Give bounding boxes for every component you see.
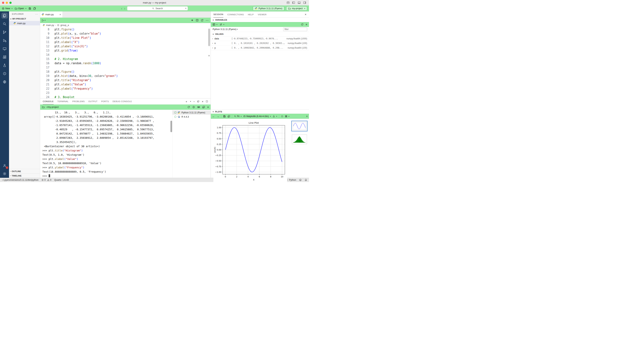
breadcrumb-symbol[interactable]: group_a	[60, 24, 69, 26]
variable-row-data[interactable]: ›data[-0.97448233,-0.75009923,-0.9076...…	[211, 37, 309, 41]
code-line[interactable]: 14	[40, 53, 211, 57]
activity-testing[interactable]	[1, 62, 8, 68]
tab-console[interactable]: CONSOLE	[43, 98, 54, 104]
toggle-secondary-sidebar-icon[interactable]	[303, 1, 306, 4]
save-all-icon[interactable]	[33, 7, 36, 10]
tab-help[interactable]: HELP	[248, 12, 254, 17]
plot-layout-control[interactable]: ▾	[285, 115, 289, 117]
forward-icon[interactable]: ›	[124, 7, 125, 10]
outline-section[interactable]: › OUTLINE	[9, 169, 40, 173]
timeline-section[interactable]: › TIMELINE	[9, 173, 40, 178]
console-info-icon[interactable]	[192, 106, 195, 108]
interpreter-path[interactable]: ~/.pyenv/versions/3.11.11/bin/python	[2, 179, 39, 181]
plots-menu-icon[interactable]: ≡	[306, 115, 307, 117]
restart-console-icon[interactable]	[187, 106, 190, 108]
code-line[interactable]: 16data = np.random.randn(1000)	[40, 61, 211, 65]
console-scrollbar[interactable]	[170, 121, 172, 132]
plots-section-header[interactable]: ∨ PLOTS	[211, 109, 309, 114]
activity-remote-explorer[interactable]	[1, 46, 8, 52]
run-file-button[interactable]: ▷	[42, 19, 44, 22]
copy-plot-icon[interactable]	[228, 115, 230, 117]
chevron-right-icon[interactable]: ›	[211, 37, 215, 40]
activity-extensions[interactable]	[1, 54, 8, 60]
console-menu-icon[interactable]: ≡	[207, 106, 209, 109]
code-line[interactable]: 9plt.plot(x, y, color="blue")	[40, 32, 211, 36]
tab-debug-console[interactable]: DEBUG CONSOLE	[113, 98, 132, 104]
customize-layout-icon[interactable]	[287, 1, 289, 4]
render-settings-icon[interactable]	[281, 115, 283, 117]
tab-mainpy[interactable]: main.py ×	[40, 12, 63, 17]
explorer-root-folder[interactable]: ∨ MY-PROJECT	[9, 17, 40, 21]
zoom-window-button[interactable]	[9, 2, 12, 4]
language-mode[interactable]: Python	[286, 179, 296, 181]
interpreter-session-button[interactable]: Python 3.11.11 (Pyenv)	[253, 6, 284, 11]
code-line[interactable]: 8plt.figure()	[40, 27, 211, 32]
activity-assistant[interactable]	[1, 71, 8, 77]
tab-output[interactable]: OUTPUT	[88, 98, 98, 104]
plot-sizing-policy-control[interactable]: Matplotlib (6.4in×4.8in)▾	[243, 115, 271, 117]
file-item-mainpy[interactable]: main.py	[9, 21, 40, 26]
plot-zoom-control[interactable]: Fit▾	[234, 115, 242, 117]
console-session-python[interactable]: Python 3.11.11 (Pyenv)	[172, 110, 211, 115]
activity-publish[interactable]	[1, 79, 8, 85]
account-button[interactable]: 1	[1, 163, 8, 169]
toggle-primary-sidebar-icon[interactable]	[292, 1, 295, 4]
code-line[interactable]: 20plt.title("Histogram")	[40, 78, 211, 82]
feedback-icon[interactable]	[299, 179, 302, 181]
console-session-r[interactable]: R R 4.4.3	[172, 115, 211, 119]
activity-explorer[interactable]	[1, 13, 8, 19]
tab-session[interactable]: SESSION	[213, 12, 223, 17]
group-variables-button[interactable]: ▾	[213, 23, 218, 26]
close-tab-icon[interactable]: ×	[59, 13, 61, 16]
variables-interpreter-row[interactable]: Python 3.11.11 (Pyenv) ▾	[211, 27, 309, 32]
open-button[interactable]: Open▾	[15, 7, 26, 10]
variables-section-header[interactable]: ∨ VARIABLES	[211, 18, 309, 22]
code-line[interactable]: 22plt.ylabel("Frequency")	[40, 87, 211, 91]
previous-plot-icon[interactable]: ←	[212, 115, 215, 118]
code-line[interactable]: 10plt.title("Line Plot")	[40, 36, 211, 40]
code-line[interactable]: 11plt.xlabel("X")	[40, 40, 211, 44]
move-console-icon[interactable]	[202, 106, 205, 108]
save-icon[interactable]	[28, 7, 31, 10]
variable-row-y[interactable]: ›y[ 0. , 0.10083842, 0.20064886, 0.298..…	[211, 46, 309, 50]
next-plot-icon[interactable]: →	[217, 115, 219, 118]
sort-variables-button[interactable]: ▾	[220, 23, 224, 26]
maximize-panel-icon[interactable]	[206, 100, 208, 103]
session-radio-icon[interactable]	[174, 112, 176, 114]
chevron-right-icon[interactable]: ›	[211, 47, 215, 49]
toggle-panel-icon[interactable]	[298, 1, 301, 4]
back-icon[interactable]: ‹	[121, 7, 122, 10]
tab-problems[interactable]: PROBLEMS	[72, 98, 84, 104]
editor-scrollbar[interactable]	[208, 28, 210, 46]
current-plot[interactable]: 02468101.000.750.500.250.00−0.25−0.50−0.…	[211, 119, 290, 178]
run-options-chevron-icon[interactable]: ▾	[45, 19, 46, 21]
code-line[interactable]: 15# 2. Histogram	[40, 57, 211, 61]
variable-row-x[interactable]: ›x[ 0. , 0.1010101 , 0.2020202 , 0.30303…	[211, 41, 309, 46]
code-line[interactable]: 23	[40, 91, 211, 95]
variables-menu-icon[interactable]: ≡	[306, 23, 307, 26]
tab-connections[interactable]: CONNECTIONS	[227, 12, 244, 17]
explorer-actions-icon[interactable]: ···	[35, 13, 38, 15]
notifications-icon[interactable]	[304, 179, 307, 181]
project-button[interactable]: my-project ▾	[286, 6, 307, 11]
activity-source-control[interactable]	[1, 29, 8, 35]
plot-thumbnail-histogram[interactable]	[292, 134, 307, 144]
search-input[interactable]: Search ▾	[127, 6, 188, 11]
tab-ports[interactable]: PORTS	[101, 98, 109, 104]
export-plot-control[interactable]: ▾	[273, 115, 277, 117]
tab-terminal[interactable]: TERMINAL	[57, 98, 69, 104]
split-editor-icon[interactable]	[196, 19, 198, 22]
refresh-variables-icon[interactable]	[301, 23, 303, 26]
code-editor[interactable]: 8plt.figure()9plt.plot(x, y, color="blue…	[40, 27, 211, 98]
minimize-window-button[interactable]	[6, 2, 8, 4]
problems-status[interactable]: 0 0	[41, 179, 51, 181]
settings-button[interactable]	[1, 171, 8, 177]
chevron-right-icon[interactable]: ›	[211, 42, 215, 45]
quarto-version[interactable]: Quarto: 1.6.43	[54, 179, 69, 181]
code-line[interactable]: 17	[40, 65, 211, 70]
save-plot-icon[interactable]	[223, 115, 226, 117]
code-line[interactable]: 18plt.figure()	[40, 70, 211, 74]
console-output[interactable]: 13., 10., 3., 3., 0., 1.]), array([-4.16…	[40, 110, 172, 178]
code-line[interactable]: 24# 3. Boxplot	[40, 95, 211, 98]
close-panel-icon[interactable]: ×	[202, 100, 203, 103]
